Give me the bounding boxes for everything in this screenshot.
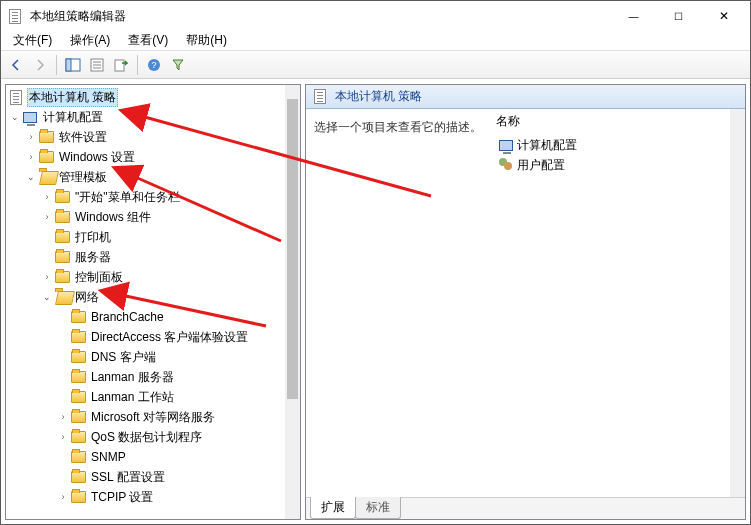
tree-label: 打印机: [73, 229, 113, 246]
tree-item-windows-settings[interactable]: › Windows 设置: [6, 147, 285, 167]
chevron-right-icon[interactable]: ›: [40, 190, 54, 204]
tree-item-branchcache[interactable]: BranchCache: [6, 307, 285, 327]
chevron-down-icon[interactable]: ⌄: [24, 170, 38, 184]
details-header: 本地计算机 策略: [306, 85, 745, 109]
tree-item-servers[interactable]: 服务器: [6, 247, 285, 267]
tree-item-tcpip[interactable]: › TCPIP 设置: [6, 487, 285, 507]
details-pane: 本地计算机 策略 选择一个项目来查看它的描述。 名称 计算机配置 用户配置 扩展…: [305, 84, 746, 520]
folder-icon: [70, 469, 86, 485]
tree-item-admin-templates[interactable]: ⌄ 管理模板: [6, 167, 285, 187]
items-list[interactable]: 名称 计算机配置 用户配置: [496, 109, 745, 497]
export-list-button[interactable]: [110, 54, 132, 76]
list-item-label: 用户配置: [517, 157, 565, 174]
tree-label: SNMP: [89, 450, 128, 464]
description-text: 选择一个项目来查看它的描述。: [306, 109, 496, 497]
forward-button[interactable]: [29, 54, 51, 76]
tree-item-lanman-server[interactable]: Lanman 服务器: [6, 367, 285, 387]
menu-bar: 文件(F) 操作(A) 查看(V) 帮助(H): [1, 31, 750, 51]
menu-help[interactable]: 帮助(H): [178, 30, 235, 51]
folder-icon: [54, 269, 70, 285]
chevron-right-icon[interactable]: ›: [56, 410, 70, 424]
back-button[interactable]: [5, 54, 27, 76]
policy-tree[interactable]: 本地计算机 策略 ⌄ 计算机配置 › 软件设置 › Windows 设置 ⌄ 管…: [6, 85, 285, 519]
svg-rect-6: [115, 60, 124, 71]
chevron-right-icon[interactable]: ›: [56, 490, 70, 504]
tree-item-control-panel[interactable]: › 控制面板: [6, 267, 285, 287]
tree-item-software-settings[interactable]: › 软件设置: [6, 127, 285, 147]
tree-label: 本地计算机 策略: [27, 88, 118, 107]
tree-label: 服务器: [73, 249, 113, 266]
list-item-computer-config[interactable]: 计算机配置: [496, 136, 745, 154]
title-bar: 本地组策略编辑器 — ☐ ✕: [1, 1, 750, 31]
document-icon: [8, 89, 24, 105]
maximize-button[interactable]: ☐: [656, 2, 701, 30]
main-split: 本地计算机 策略 ⌄ 计算机配置 › 软件设置 › Windows 设置 ⌄ 管…: [1, 80, 750, 524]
tree-item-snmp[interactable]: SNMP: [6, 447, 285, 467]
tree-label: BranchCache: [89, 310, 166, 324]
chevron-down-icon[interactable]: ⌄: [40, 290, 54, 304]
tree-label: 管理模板: [57, 169, 109, 186]
folder-icon: [70, 489, 86, 505]
folder-icon: [70, 329, 86, 345]
properties-button[interactable]: [86, 54, 108, 76]
list-item-label: 计算机配置: [517, 137, 577, 154]
chevron-right-icon[interactable]: ›: [40, 210, 54, 224]
svg-text:?: ?: [151, 60, 156, 70]
tree-label: Windows 设置: [57, 149, 137, 166]
chevron-right-icon[interactable]: ›: [40, 270, 54, 284]
menu-view[interactable]: 查看(V): [120, 30, 176, 51]
document-icon: [312, 89, 328, 105]
tree-item-start-menu[interactable]: › "开始"菜单和任务栏: [6, 187, 285, 207]
tab-standard[interactable]: 标准: [355, 497, 401, 519]
folder-icon: [70, 349, 86, 365]
folder-icon: [38, 149, 54, 165]
tree-label: Windows 组件: [73, 209, 153, 226]
tree-item-ssl-config[interactable]: SSL 配置设置: [6, 467, 285, 487]
tree-item-qos[interactable]: › QoS 数据包计划程序: [6, 427, 285, 447]
folder-open-icon: [54, 289, 70, 305]
tab-extended[interactable]: 扩展: [310, 497, 356, 519]
tree-root[interactable]: 本地计算机 策略: [6, 87, 285, 107]
tree-item-printers[interactable]: 打印机: [6, 227, 285, 247]
folder-icon: [70, 409, 86, 425]
chevron-right-icon[interactable]: ›: [24, 130, 38, 144]
tree-item-ms-p2p[interactable]: › Microsoft 对等网络服务: [6, 407, 285, 427]
tree-item-lanman-workstation[interactable]: Lanman 工作站: [6, 387, 285, 407]
menu-file[interactable]: 文件(F): [5, 30, 60, 51]
column-header-name[interactable]: 名称: [496, 113, 745, 130]
menu-action[interactable]: 操作(A): [62, 30, 118, 51]
tree-label: 控制面板: [73, 269, 125, 286]
tree-label: TCPIP 设置: [89, 489, 155, 506]
folder-icon: [38, 129, 54, 145]
details-tabs: 扩展 标准: [306, 497, 745, 519]
filter-button[interactable]: [167, 54, 189, 76]
folder-icon: [54, 249, 70, 265]
tree-label: QoS 数据包计划程序: [89, 429, 204, 446]
tree-item-network[interactable]: ⌄ 网络: [6, 287, 285, 307]
tree-label: Microsoft 对等网络服务: [89, 409, 217, 426]
tree-item-computer-config[interactable]: ⌄ 计算机配置: [6, 107, 285, 127]
chevron-right-icon[interactable]: ›: [24, 150, 38, 164]
svg-rect-1: [66, 59, 71, 71]
details-scrollbar[interactable]: [730, 109, 745, 497]
folder-icon: [70, 449, 86, 465]
computer-icon: [498, 137, 514, 153]
tree-label: 网络: [73, 289, 101, 306]
show-hide-tree-button[interactable]: [62, 54, 84, 76]
toolbar: ?: [1, 51, 750, 79]
list-item-user-config[interactable]: 用户配置: [496, 156, 745, 174]
tree-scrollbar[interactable]: [285, 85, 300, 519]
help-button[interactable]: ?: [143, 54, 165, 76]
details-header-title: 本地计算机 策略: [335, 88, 422, 105]
tree-item-windows-components[interactable]: › Windows 组件: [6, 207, 285, 227]
tree-item-directaccess[interactable]: DirectAccess 客户端体验设置: [6, 327, 285, 347]
minimize-button[interactable]: —: [611, 2, 656, 30]
close-button[interactable]: ✕: [701, 2, 746, 30]
chevron-down-icon[interactable]: ⌄: [8, 110, 22, 124]
folder-open-icon: [38, 169, 54, 185]
tree-item-dns-client[interactable]: DNS 客户端: [6, 347, 285, 367]
tree-label: "开始"菜单和任务栏: [73, 189, 182, 206]
app-icon: [7, 8, 23, 24]
chevron-right-icon[interactable]: ›: [56, 430, 70, 444]
tree-label: Lanman 工作站: [89, 389, 176, 406]
